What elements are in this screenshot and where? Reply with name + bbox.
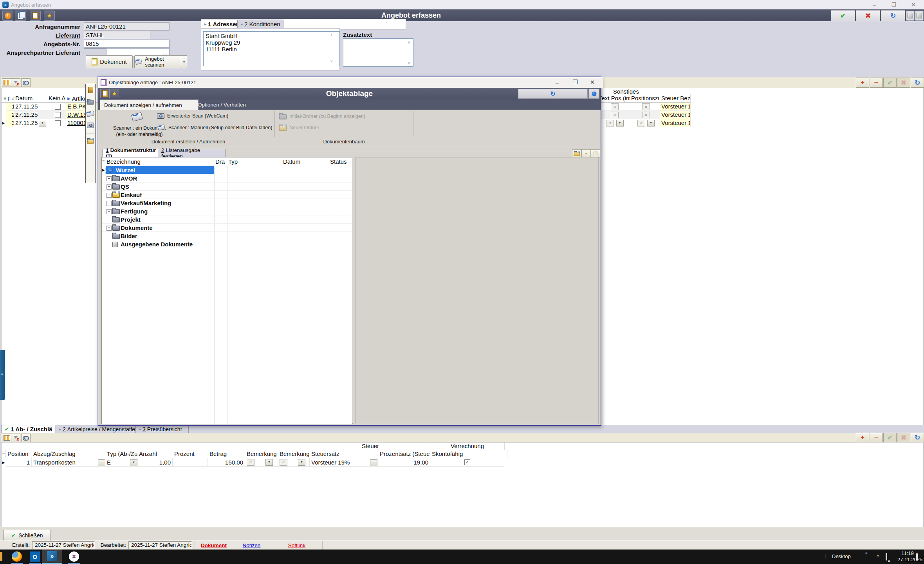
package-send-button[interactable] xyxy=(915,11,924,21)
reload-grid-button[interactable]: ↻ xyxy=(911,78,924,88)
datum-cell[interactable]: 27.11.25 xyxy=(14,103,50,111)
dock-bottom-button[interactable]: ▾ xyxy=(581,149,591,158)
text-edit-button[interactable]: a xyxy=(606,120,614,127)
text-edit-button[interactable]: a xyxy=(642,103,650,110)
steuer-cell[interactable]: Vorsteuer 1... xyxy=(660,111,691,119)
add-row-button[interactable]: + xyxy=(856,78,869,88)
tray-show-hidden-icon[interactable]: ^ xyxy=(874,553,881,560)
datum-dropdown[interactable]: ▾ xyxy=(39,120,46,127)
scroll-up-icon[interactable]: ∧ xyxy=(330,33,923,37)
checkbox[interactable] xyxy=(55,104,61,110)
prozent-cell[interactable] xyxy=(173,458,208,467)
angebot-scannen-dropdown[interactable]: ▾ xyxy=(181,55,187,68)
exit-button[interactable] xyxy=(87,87,94,94)
schliessen-button[interactable]: ✔ Schließen xyxy=(3,530,51,541)
text-edit-button[interactable]: a xyxy=(642,112,650,118)
filter-clear-button[interactable] xyxy=(11,78,20,87)
tree-row[interactable]: Projekt xyxy=(102,215,352,224)
webcam-scan-button[interactable]: Erweiterter Scan (WebCam) xyxy=(157,113,228,119)
dropdown-button[interactable]: ▾ xyxy=(647,120,655,127)
network-icon[interactable] xyxy=(886,554,887,560)
dropdown-button[interactable]: ▾ xyxy=(298,459,305,466)
expand-icon[interactable]: + xyxy=(106,184,112,190)
search-button[interactable] xyxy=(21,78,31,87)
tree-row[interactable]: + Dokumente xyxy=(102,224,352,232)
search-button[interactable] xyxy=(21,434,31,442)
folder-edit-button[interactable] xyxy=(87,137,94,145)
bemerkung-i-cell[interactable]: a ▾ xyxy=(278,458,310,467)
zusatztext-textarea[interactable] xyxy=(343,38,413,67)
positionszusatz-cell[interactable]: a xyxy=(630,103,662,111)
softlink-link[interactable]: Softlink xyxy=(271,541,323,550)
dialog-close-button[interactable]: ✕ xyxy=(585,77,600,87)
tree-row-selected[interactable]: ▶ → Wurzel xyxy=(102,166,352,174)
chevron-overflow-icon[interactable]: » xyxy=(865,550,868,555)
positionszusatz-cell[interactable]: a ▾ xyxy=(630,119,662,127)
outlook-icon[interactable]: O xyxy=(30,551,40,562)
col-header-datum[interactable]: Datum xyxy=(14,94,50,103)
ok-button[interactable]: ✔ xyxy=(831,10,855,21)
anzahl-cell[interactable]: 1,00 xyxy=(137,458,173,467)
firefox-icon[interactable] xyxy=(12,551,22,562)
column-settings-button[interactable] xyxy=(2,434,11,442)
text-edit-button[interactable]: a xyxy=(611,103,619,110)
checkbox[interactable] xyxy=(55,120,61,126)
tree-row[interactable]: + AVOR xyxy=(102,174,352,183)
tree-row[interactable]: + Fertigung xyxy=(102,207,352,215)
notification-center-icon[interactable] xyxy=(916,554,918,560)
camera-button[interactable] xyxy=(87,122,94,129)
col-steuersatz[interactable]: Steuersatz xyxy=(310,450,381,458)
tree-row[interactable]: + Verkauf/Marketing xyxy=(102,199,352,207)
steuersatz-more-button[interactable]: ··· xyxy=(370,459,377,466)
col-position[interactable]: Position xyxy=(6,450,35,458)
bemerkung-c-cell[interactable]: a ▾ xyxy=(245,458,278,467)
active-app-tile[interactable]: » xyxy=(42,550,62,563)
scroll-up-icon[interactable]: ∧ xyxy=(408,40,923,44)
abzug-cell[interactable]: Transportkosten xyxy=(32,458,108,467)
kein-angebot-cell[interactable] xyxy=(47,111,69,119)
tree-row[interactable]: + Einkauf xyxy=(102,191,352,199)
tree-col-dra[interactable]: Dra xyxy=(215,158,227,165)
expand-icon[interactable]: + xyxy=(106,201,112,206)
restore-layout-button[interactable]: ❐ xyxy=(591,149,600,158)
col-typ[interactable]: Typ (Ab-/Zus xyxy=(105,450,141,458)
col-skontofaehig[interactable]: Skontofähig xyxy=(430,450,507,458)
dialog-tab-optionen[interactable]: Optionen / Verhalten xyxy=(194,99,268,110)
col-bemerkung-c[interactable]: Bemerkung (C xyxy=(245,450,281,458)
kein-angebot-cell[interactable] xyxy=(47,119,69,127)
delete-row-button[interactable]: − xyxy=(870,78,883,88)
add-row-button[interactable]: + xyxy=(856,433,869,442)
column-settings-button[interactable] xyxy=(2,78,11,87)
dialog-minimize-button[interactable]: – xyxy=(549,77,566,87)
prozentsatz-cell[interactable]: 19,00 xyxy=(378,458,430,467)
text-edit-button[interactable]: a xyxy=(611,112,619,118)
notizen-link[interactable]: Notizen xyxy=(233,541,270,550)
folder-import-button[interactable] xyxy=(87,98,94,105)
tab-adressen[interactable]: ▸ 1Adressen xyxy=(201,20,240,28)
dropdown-button[interactable]: ▾ xyxy=(616,120,624,127)
betrag-cell[interactable]: 150,00 xyxy=(208,458,245,467)
col-prozent[interactable]: Prozent xyxy=(173,450,211,458)
collapsed-panel-handle[interactable]: ≡ xyxy=(0,350,5,400)
textpos-cell[interactable]: a ▾ xyxy=(597,119,632,127)
tab-artikelpreise[interactable]: ▸ 2Artikelpreise / Mengenstaffeln xyxy=(56,425,141,433)
datum-cell[interactable]: 27.11.25 xyxy=(14,111,50,119)
checkbox[interactable] xyxy=(55,112,61,118)
tree-col-status[interactable]: Status xyxy=(330,158,351,165)
col-betrag[interactable]: Betrag xyxy=(208,450,248,458)
col-prozentsatz[interactable]: Prozentsatz (Steuer) xyxy=(378,450,433,458)
tree-col-typ[interactable]: Typ xyxy=(228,158,279,165)
scroll-down-icon[interactable]: ∨ xyxy=(408,61,923,65)
tree-row[interactable]: + QS xyxy=(102,183,352,191)
close-button[interactable]: ✕ xyxy=(907,0,920,9)
col-abzug-zuschlag[interactable]: Abzug/Zuschlag xyxy=(32,450,108,458)
skontofaehig-cell[interactable]: ✓ xyxy=(430,458,504,467)
dokument-button[interactable]: Dokument xyxy=(86,55,133,68)
tab-preisuebersicht[interactable]: ▸ 3Preisübersicht xyxy=(135,425,189,433)
preview-image-button[interactable] xyxy=(572,149,581,158)
col-header-steuer-bezeichnung[interactable]: Steuer Bezeic xyxy=(660,94,691,103)
refresh-button[interactable]: ↻ xyxy=(881,10,905,21)
dialog-tab-dokument[interactable]: Dokument anzeigen / aufnehmen xyxy=(100,99,199,110)
dialog-maximize-button[interactable]: ❐ xyxy=(567,77,584,87)
col-bemerkung-i[interactable]: Bemerkung (Ir xyxy=(278,450,313,458)
